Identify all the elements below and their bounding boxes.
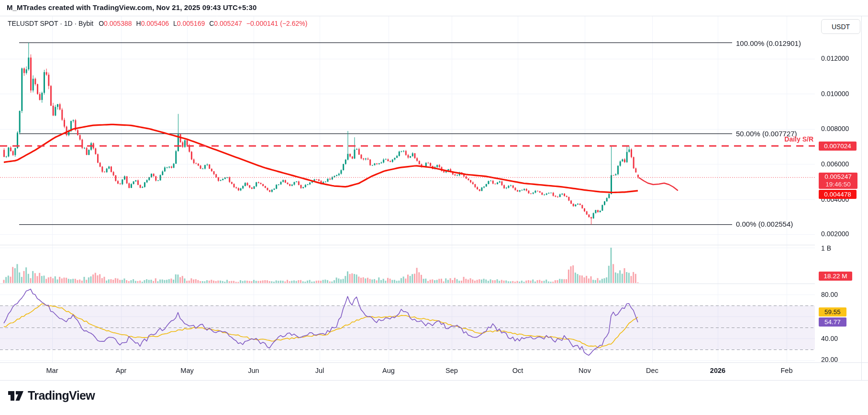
chart-credit-text: M_MTrades created with TradingView.com, …	[7, 3, 256, 11]
last-price-badge: 0.005247 19:46:50	[819, 173, 857, 189]
rsi-ma-badge: 59.55	[819, 307, 846, 317]
ohlc-low: L0.005169	[173, 20, 205, 27]
time-label-2026: 2026	[710, 367, 725, 374]
time-label-oct: Oct	[512, 367, 523, 374]
sr-price-badge: 0.007024	[819, 142, 857, 151]
volume-scale-label: 1 B	[821, 244, 831, 252]
price-tick-0010: 0.010000	[821, 90, 849, 98]
tradingview-logo-icon	[8, 391, 24, 401]
daily-sr-label[interactable]: Daily S/R	[737, 135, 813, 143]
time-label-jul: Jul	[315, 367, 324, 374]
time-label-jun: Jun	[248, 367, 259, 374]
last-price-value: 0.005247	[824, 173, 851, 181]
time-label-sep: Sep	[445, 367, 458, 374]
rsi-tick-80: 80.00	[821, 291, 838, 298]
time-label-aug: Aug	[382, 367, 395, 374]
symbol-legend: TELUSDT SPOT · 1D · Bybit O0.005388 H0.0…	[8, 20, 307, 27]
ohlc-open: O0.005388	[99, 20, 132, 27]
tradingview-chart-page: M_MTrades created with TradingView.com, …	[0, 0, 868, 415]
tradingview-logo[interactable]: TradingView	[8, 389, 95, 403]
symbol-title[interactable]: TELUSDT SPOT · 1D · Bybit	[8, 20, 93, 27]
price-tick-0012: 0.012000	[821, 55, 849, 62]
tradingview-logo-text: TradingView	[28, 389, 95, 403]
chart-canvas[interactable]	[0, 0, 868, 415]
time-label-dec: Dec	[646, 367, 658, 374]
price-tick-0002: 0.002000	[821, 230, 849, 238]
time-label-mar: Mar	[46, 367, 58, 374]
price-tick-0006: 0.006000	[821, 160, 849, 168]
ohlc-high: H0.005406	[136, 20, 169, 27]
time-label-may: May	[180, 367, 193, 374]
time-label-feb: Feb	[781, 367, 793, 374]
fib-label-0[interactable]: 0.00% (0.002554)	[736, 220, 793, 228]
price-tick-0008: 0.008000	[821, 125, 849, 132]
volume-value-badge: 18.22 M	[819, 272, 852, 281]
fib-label-100[interactable]: 100.00% (0.012901)	[736, 39, 801, 47]
bar-countdown: 19:46:50	[825, 181, 851, 188]
ma-value-badge: 0.004478	[819, 190, 857, 199]
rsi-value-badge: 54.77	[819, 317, 846, 327]
time-label-nov: Nov	[579, 367, 591, 374]
ohlc-close: C0.005247	[209, 20, 242, 27]
rsi-tick-40: 40.00	[821, 335, 838, 342]
time-axis[interactable]	[0, 362, 861, 380]
time-label-apr: Apr	[116, 367, 127, 374]
ohlc-change: −0.000141 (−2.62%)	[246, 20, 308, 27]
